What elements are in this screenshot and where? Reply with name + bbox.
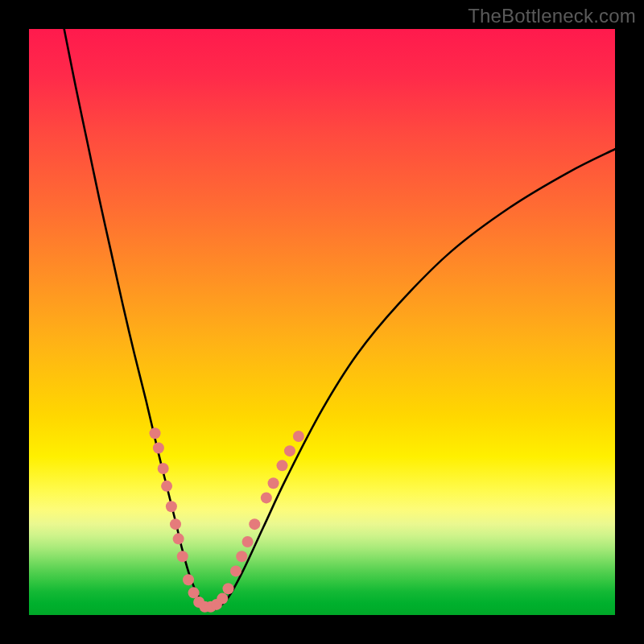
bead-marker	[293, 431, 304, 442]
bead-marker	[242, 536, 254, 547]
bead-marker	[223, 583, 234, 594]
bead-marker	[153, 443, 164, 454]
bead-marker	[276, 460, 287, 471]
bead-marker	[183, 574, 194, 585]
bead-marker	[249, 518, 260, 530]
bead-marker	[166, 501, 177, 512]
chart-container: TheBottleneck.com	[0, 0, 644, 644]
bottleneck-curve	[64, 29, 615, 609]
bead-marker	[284, 445, 295, 456]
bead-marker	[217, 593, 228, 605]
bead-marker	[161, 481, 172, 492]
bead-marker	[158, 463, 169, 474]
bead-marker	[268, 477, 279, 489]
plot-area	[29, 29, 615, 615]
curve-overlay	[29, 29, 615, 615]
bead-marker	[236, 551, 247, 562]
watermark-text: TheBottleneck.com	[468, 5, 636, 27]
bead-marker	[150, 427, 161, 439]
bead-markers	[150, 427, 304, 612]
bead-marker	[173, 533, 184, 544]
bead-marker	[177, 551, 188, 562]
bead-marker	[230, 565, 242, 576]
bead-marker	[261, 492, 272, 503]
bead-marker	[170, 518, 181, 530]
